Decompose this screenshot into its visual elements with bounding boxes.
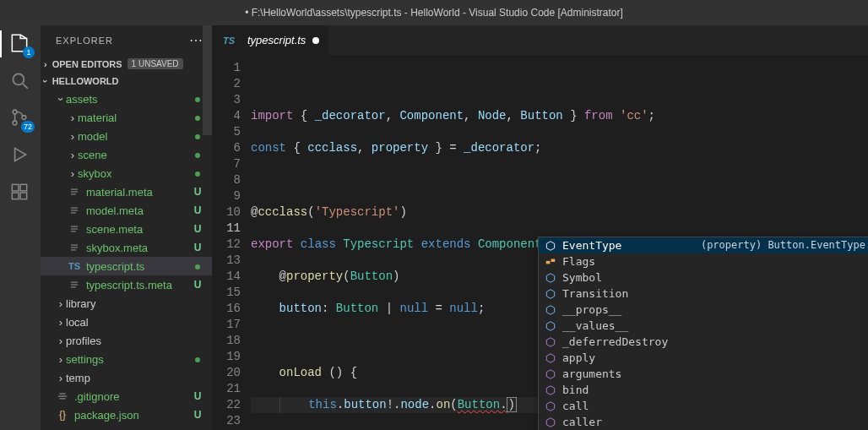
svg-rect-13	[71, 210, 78, 210]
svg-rect-10	[71, 191, 78, 192]
svg-rect-11	[71, 193, 76, 194]
file-row[interactable]: .gitignoreU	[41, 387, 212, 406]
svg-rect-23	[71, 286, 76, 287]
suggest-label: Flags	[562, 253, 595, 269]
tree-item-label: skybox	[78, 167, 192, 180]
file-row[interactable]: TStypescript.ts	[41, 257, 212, 275]
svg-rect-9	[71, 189, 78, 190]
file-tree[interactable]: ›assets›material›model›scene›skyboxmater…	[41, 90, 212, 430]
vcs-status-dot	[192, 149, 203, 161]
folder-row[interactable]: ›skybox	[41, 164, 212, 182]
suggest-item[interactable]: Symbol	[539, 269, 868, 286]
enum-icon	[544, 287, 557, 301]
suggest-label: caller	[562, 414, 602, 430]
extensions-icon[interactable]	[8, 181, 32, 204]
suggest-label: call	[562, 398, 589, 414]
suggest-item[interactable]: Transition	[539, 286, 868, 302]
file-row[interactable]: scene.metaU	[41, 220, 212, 238]
method-icon	[544, 367, 557, 381]
svg-rect-14	[71, 212, 76, 213]
suggest-label: EventType	[562, 237, 621, 253]
search-icon[interactable]	[8, 69, 32, 93]
file-row[interactable]: model.metaU	[41, 201, 212, 220]
file-row[interactable]: {}package.jsonU	[41, 406, 212, 424]
folder-row[interactable]: ›profiles	[41, 331, 212, 350]
svg-point-0	[13, 73, 24, 84]
tree-item-label: library	[66, 297, 192, 310]
chevron-right-icon: ›	[44, 59, 47, 69]
file-icon	[68, 241, 81, 254]
chevron-right-icon: ›	[68, 167, 78, 180]
folder-row[interactable]: ›assets	[41, 90, 212, 108]
open-editors-section[interactable]: › OPEN EDITORS 1 UNSAVED	[41, 55, 212, 73]
editor-scroll[interactable]: 1234567891011121314151617181920212223 im…	[212, 55, 868, 430]
folder-row[interactable]: ›scene	[41, 145, 212, 164]
suggest-item[interactable]: __values__	[539, 318, 868, 334]
sidebar-scrollbar[interactable]	[203, 25, 212, 430]
explorer-icon[interactable]: 1	[8, 32, 32, 56]
tree-item-label: local	[66, 316, 192, 329]
file-icon	[68, 204, 81, 217]
tab-typescript[interactable]: TS typescript.ts	[212, 25, 330, 55]
tree-item-label: temp	[66, 372, 192, 384]
file-icon	[68, 278, 81, 291]
svg-rect-24	[546, 260, 551, 264]
tree-item-label: scene	[78, 149, 192, 161]
vcs-status-letter: U	[192, 242, 203, 253]
tree-item-label: model.meta	[86, 204, 192, 217]
tab-label: typescript.ts	[247, 34, 306, 46]
suggest-item[interactable]: EventType(property) Button.EventType: ty…	[539, 237, 868, 253]
chevron-right-icon: ›	[56, 335, 66, 347]
more-icon[interactable]: ⋯	[189, 32, 203, 48]
suggest-item[interactable]: __props__	[539, 302, 868, 318]
suggest-item[interactable]: call	[539, 398, 868, 414]
folder-row[interactable]: ›local	[41, 313, 212, 331]
vcs-status-letter: U	[192, 186, 203, 198]
svg-rect-12	[71, 208, 78, 209]
folder-row[interactable]: ›settings	[41, 350, 212, 368]
project-section[interactable]: › HELLOWORLD	[41, 73, 212, 90]
svg-rect-7	[12, 193, 19, 199]
svg-rect-15	[71, 226, 78, 227]
chevron-right-icon: ›	[68, 149, 78, 161]
vcs-status-letter: U	[192, 204, 203, 216]
tree-item-label: package.json	[74, 409, 192, 422]
titlebar: • F:\HelloWorld\assets\typescript.ts - H…	[0, 0, 868, 25]
chevron-right-icon: ›	[68, 130, 78, 143]
suggest-widget[interactable]: EventType(property) Button.EventType: ty…	[538, 237, 868, 430]
file-icon	[68, 222, 81, 236]
debug-icon[interactable]	[8, 144, 32, 167]
suggest-item[interactable]: bind	[539, 382, 868, 398]
editor-area: TS typescript.ts 12345678910111213141516…	[212, 25, 868, 430]
method-icon	[544, 416, 557, 429]
chevron-right-icon: ›	[56, 316, 66, 329]
vcs-status-dot	[192, 167, 203, 179]
suggest-item[interactable]: _deferredDestroy	[539, 334, 868, 350]
suggest-label: bind	[562, 382, 589, 398]
suggest-item[interactable]: Flags	[539, 253, 868, 269]
suggest-item[interactable]: caller	[539, 414, 868, 430]
folder-row[interactable]: ›material	[41, 108, 212, 127]
tree-item-label: assets	[66, 93, 192, 106]
vcs-status-letter: U	[192, 409, 203, 421]
svg-rect-16	[71, 228, 78, 229]
suggest-item[interactable]: apply	[539, 350, 868, 366]
explorer-badge: 1	[23, 46, 35, 58]
suggest-label: arguments	[562, 366, 621, 382]
suggest-label: _deferredDestroy	[562, 334, 668, 350]
code-content[interactable]: import { _decorator, Component, Node, Bu…	[251, 55, 868, 430]
folder-row[interactable]: ›library	[41, 294, 212, 313]
suggest-item[interactable]: arguments	[539, 366, 868, 382]
folder-row[interactable]: ›temp	[41, 368, 212, 387]
vcs-status-dot	[192, 112, 203, 123]
file-row[interactable]: skybox.metaU	[41, 238, 212, 257]
chevron-right-icon: ›	[68, 112, 78, 124]
file-row[interactable]: material.metaU	[41, 182, 212, 201]
var-icon	[544, 271, 557, 285]
svg-rect-22	[71, 284, 78, 285]
scm-icon[interactable]: 72	[8, 106, 32, 130]
file-icon	[68, 185, 81, 199]
file-row[interactable]: typescript.ts.metaU	[41, 275, 212, 294]
folder-row[interactable]: ›model	[41, 127, 212, 145]
suggest-label: Symbol	[562, 269, 602, 286]
